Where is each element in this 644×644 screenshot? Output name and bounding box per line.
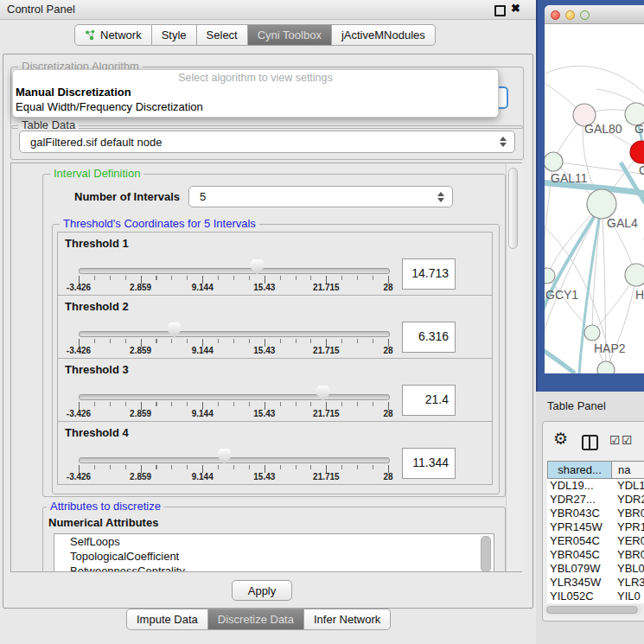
cell[interactable]: YLR345W xyxy=(547,576,612,590)
tab-network-label: Network xyxy=(100,29,142,41)
node-gal4[interactable] xyxy=(587,189,616,219)
table-row[interactable]: YBL079WYBL0 xyxy=(547,562,644,576)
node-gcy1[interactable] xyxy=(545,268,555,284)
attributes-group-title: Attributes to discretize xyxy=(47,500,164,513)
cell[interactable]: YPR145W xyxy=(547,520,612,534)
cell[interactable]: YLR3 xyxy=(612,576,644,590)
cell[interactable]: YDR27... xyxy=(547,493,612,507)
combo-stepper-icon xyxy=(437,192,444,202)
tab-cyni-toolbox[interactable]: Cyni Toolbox xyxy=(248,24,332,46)
table-row[interactable]: YBR045CYBR0 xyxy=(547,548,644,562)
table-hscrollbar-thumb[interactable] xyxy=(546,606,638,614)
threshold-3-slider-track[interactable] xyxy=(79,394,390,400)
cell[interactable]: YDR2 xyxy=(612,493,644,507)
cell[interactable]: YBR045C xyxy=(547,548,612,562)
network-canvas[interactable]: GAL80 GA C GAL11 GAL4 GCY1 H HAP2 xyxy=(545,24,644,373)
cell[interactable]: YIL0 xyxy=(612,590,644,603)
zoom-traffic-light-icon[interactable] xyxy=(580,10,590,20)
table-header-row: shared... na xyxy=(547,461,644,479)
tick-label: 21.715 xyxy=(313,472,340,481)
threshold-1-slider-track[interactable] xyxy=(79,268,390,274)
table-data-selected-value: galFiltered.sif default node xyxy=(30,136,162,149)
tick-label: 15.43 xyxy=(253,472,275,481)
list-item[interactable]: BetweennessCentrality xyxy=(54,564,494,572)
tab-infer-network[interactable]: Infer Network xyxy=(304,609,391,630)
tab-select-label: Select xyxy=(207,29,238,41)
tick-label: 21.715 xyxy=(313,409,340,418)
apply-button[interactable]: Apply xyxy=(232,580,292,601)
number-of-intervals-value: 5 xyxy=(200,190,206,203)
node-gal11[interactable] xyxy=(545,152,563,171)
cell[interactable]: YER0 xyxy=(612,534,644,548)
network-nodes[interactable] xyxy=(545,103,644,373)
checkbox-icon[interactable]: ☑ xyxy=(609,433,621,447)
table-panel-title: Table Panel xyxy=(547,399,606,412)
minimize-traffic-light-icon[interactable] xyxy=(565,10,575,20)
cell[interactable]: YBR0 xyxy=(612,507,644,520)
settings-scrollbar-thumb[interactable] xyxy=(508,168,518,249)
cell[interactable]: YER054C xyxy=(547,534,612,548)
table-row[interactable]: YER054CYER0 xyxy=(547,534,644,548)
table-row[interactable]: YPR145WYPR1 xyxy=(547,520,644,534)
close-traffic-light-icon[interactable] xyxy=(551,10,560,20)
cell[interactable]: YIL052C xyxy=(547,590,612,603)
list-item[interactable]: TopologicalCoefficient xyxy=(54,549,494,564)
node-red-selected[interactable] xyxy=(630,141,644,163)
tab-impute-data[interactable]: Impute Data xyxy=(126,609,208,630)
table-data-select[interactable]: galFiltered.sif default node xyxy=(19,131,515,153)
threshold-3-label: Threshold 3 xyxy=(65,363,129,376)
tick-label: -3.426 xyxy=(67,283,91,292)
cell[interactable]: YDL19... xyxy=(547,479,612,493)
cell[interactable]: YBL0 xyxy=(612,562,644,576)
float-window-icon[interactable] xyxy=(494,5,506,16)
threshold-4-slider-track[interactable] xyxy=(79,457,390,463)
tab-infer-network-label: Infer Network xyxy=(314,613,380,626)
tab-jactivemnodules[interactable]: jActiveMNodules xyxy=(332,24,436,46)
threshold-2-slider-track[interactable] xyxy=(79,331,390,337)
tab-select[interactable]: Select xyxy=(197,24,248,46)
list-scrollbar-thumb[interactable] xyxy=(481,536,491,572)
table-row[interactable]: YIL052CYIL0 xyxy=(547,590,644,603)
tick-label: 2.859 xyxy=(130,409,151,418)
application-root: Control Panel ✖ Network Style Select Cyn… xyxy=(0,0,644,644)
threshold-3-value-field[interactable]: 21.4 xyxy=(402,385,456,416)
numerical-attributes-label: Numerical Attributes xyxy=(48,516,158,529)
node-attribute-table: shared... na YDL19...YDL1 YDR27...YDR2 Y… xyxy=(547,461,644,603)
threshold-1-value-field[interactable]: 14.713 xyxy=(402,258,456,290)
table-data-group-title: Table Data xyxy=(18,118,79,131)
node-hap2[interactable] xyxy=(584,325,600,341)
node-h[interactable] xyxy=(625,264,644,286)
node-label-h: H xyxy=(635,288,644,302)
threshold-2-value-field[interactable]: 6.316 xyxy=(402,322,456,353)
threshold-4-value-field[interactable]: 11.344 xyxy=(402,448,456,479)
cell[interactable]: YBR043C xyxy=(547,507,612,520)
column-view-icon[interactable] xyxy=(582,435,598,450)
table-row[interactable]: YLR345WYLR3 xyxy=(547,576,644,590)
tick-label: 2.859 xyxy=(130,283,151,292)
node-label-gal11: GAL11 xyxy=(551,171,588,185)
cell[interactable]: YBR0 xyxy=(612,548,644,562)
cell[interactable]: YBL079W xyxy=(547,562,612,576)
control-panel-tabbar: Network Style Select Cyni Toolbox jActiv… xyxy=(74,24,436,46)
tab-network[interactable]: Network xyxy=(74,24,152,46)
checkbox-icon[interactable]: ☑ xyxy=(622,433,633,447)
close-icon[interactable]: ✖ xyxy=(511,2,520,15)
table-row[interactable]: YBR043CYBR0 xyxy=(547,507,644,520)
tab-discretize-data[interactable]: Discretize Data xyxy=(208,609,304,630)
tab-impute-data-label: Impute Data xyxy=(137,613,198,626)
cell[interactable]: YDL1 xyxy=(612,479,644,493)
table-row[interactable]: YDR27...YDR2 xyxy=(547,493,644,507)
algorithm-option-equal-width[interactable]: Equal Width/Frequency Discretization xyxy=(13,99,498,114)
column-header-name[interactable]: na xyxy=(612,461,644,479)
tab-style[interactable]: Style xyxy=(152,24,197,46)
number-of-intervals-select[interactable]: 5 xyxy=(188,186,453,207)
cell[interactable]: YPR1 xyxy=(612,520,644,534)
gear-icon[interactable]: ⚙ xyxy=(553,430,568,447)
table-row[interactable]: YDL19...YDL1 xyxy=(547,479,644,493)
node-bottom-partial[interactable] xyxy=(597,361,615,373)
tick-label: 28 xyxy=(383,472,392,481)
list-item[interactable]: SelfLoops xyxy=(54,534,494,549)
network-window-titlebar[interactable] xyxy=(545,5,644,24)
column-header-shared-name[interactable]: shared... xyxy=(547,461,612,479)
algorithm-option-manual[interactable]: Manual Discretization xyxy=(13,85,498,99)
